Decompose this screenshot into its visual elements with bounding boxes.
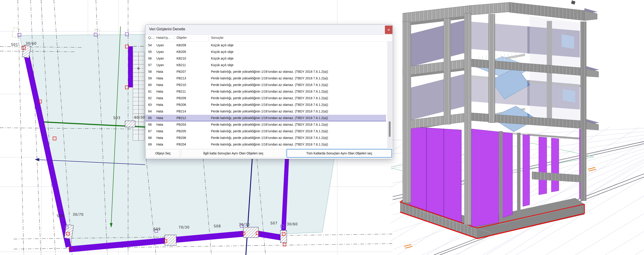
plan-label-30-60: 30/60 — [26, 41, 36, 46]
side-column-sliver-2 — [517, 133, 520, 213]
column-separator[interactable] — [154, 35, 154, 41]
result-row-63[interactable]: 63HataPB206Perde kalınlığı, perde yüksek… — [146, 101, 386, 108]
results-list[interactable]: 54UyarıKB209Küçük açılı obje55UyarıKB205… — [146, 42, 386, 148]
result-row-64[interactable]: 64HataPB214Perde kalınlığı, perde yüksek… — [146, 108, 386, 115]
result-row-66[interactable]: 66HataPB203Perde kalınlığı, perde yüksek… — [146, 121, 386, 128]
vertical-scrollbar[interactable] — [387, 41, 392, 148]
plan-label-70-30: 70/30 — [239, 223, 250, 227]
result-row-60[interactable]: 60HataPB210Perde kalınlığı, perde yüksek… — [146, 82, 386, 88]
result-row-56[interactable]: 56UyarıKB210Küçük açılı obje — [146, 55, 386, 62]
result-row-58[interactable]: 58HataPB207Perde kalınlığı, perde yüksek… — [146, 68, 386, 75]
scrollbar-thumb[interactable] — [389, 121, 390, 137]
plan-label-S01: S01 — [11, 43, 18, 47]
plan-label-30-60: 30/60 — [287, 222, 298, 226]
result-row-57[interactable]: 57UyarıKB211Küçük açılı obje — [146, 62, 386, 68]
plan-label-30-70: 30/70 — [72, 213, 84, 217]
result-row-69[interactable]: 69HataPB204Perde kalınlığı, perde yüksek… — [146, 141, 386, 148]
model-3d-view[interactable] — [391, 0, 644, 255]
column-separator[interactable] — [209, 35, 209, 41]
results-table-header[interactable]: Çi... Hata/Uy... Objeler Sonuçlar — [146, 35, 393, 41]
plan-label-70-30: 70/30 — [178, 225, 190, 230]
dialog-title: Veri Girişlerini Denetle — [149, 27, 185, 31]
result-row-54[interactable]: 54UyarıKB209Küçük açılı obje — [146, 42, 386, 49]
result-row-61[interactable]: 61HataPB211Perde kalınlığı, perde yüksek… — [146, 88, 386, 95]
dialog-buttons: Objeyi Seç İlgili katta Sonuçları Aynı O… — [146, 149, 393, 158]
plan-label-S03: S03 — [113, 116, 120, 120]
select-object-button[interactable]: Objeyi Seç — [146, 149, 180, 158]
roof-antenna — [571, 0, 576, 4]
column-header-objects[interactable]: Objeler — [176, 36, 187, 39]
select-same-story-button[interactable]: İlgili katta Sonuçları Aynı Olan Objeler… — [181, 149, 286, 158]
column-separator[interactable] — [174, 35, 174, 41]
result-row-59[interactable]: 59HataPB213Perde kalınlığı, perde yüksek… — [146, 75, 386, 82]
wall-pb-top-vertical — [128, 46, 133, 87]
result-row-55[interactable]: 55UyarıKB205Küçük açılı obje — [146, 49, 386, 55]
plan-label-S08: S08 — [214, 224, 221, 228]
plan-label-S06: S06 — [56, 214, 64, 218]
plan-label-S07: S07 — [270, 221, 278, 225]
result-row-65[interactable]: 65HataPB212Perde kalınlığı, perde yüksek… — [146, 115, 386, 121]
column-header-results[interactable]: Sonuçlar — [211, 36, 224, 39]
result-row-68[interactable]: 68HataPB208Perde kalınlığı, perde yüksek… — [146, 135, 386, 141]
dialog-titlebar[interactable]: Veri Girişlerini Denetle ✕ — [146, 25, 393, 35]
plan-label-60-30: 60/30 — [134, 115, 145, 120]
check-data-dialog[interactable]: Veri Girişlerini Denetle ✕ Çi... Hata/Uy… — [145, 24, 393, 159]
application-window: { "dialog": { "title": "Veri Girişlerini… — [0, 0, 644, 255]
select-same-all-stories-button[interactable]: Tüm Katlarda Sonuçları Aynı Olan Objeler… — [286, 149, 392, 158]
plan-label-S09: S09 — [154, 227, 161, 231]
result-row-67[interactable]: 67HataPB205Perde kalınlığı, perde yüksek… — [146, 128, 386, 135]
shear-walls-3d-far[interactable] — [539, 129, 582, 199]
column-header-no[interactable]: Çi... — [148, 36, 154, 39]
balcony-slabs — [584, 8, 599, 130]
column-header-type[interactable]: Hata/Uy... — [156, 36, 170, 39]
result-row-62[interactable]: 62HataPB209Perde kalınlığı, perde yüksek… — [146, 95, 386, 101]
side-column-sliver-1 — [499, 131, 503, 219]
close-icon[interactable]: ✕ — [385, 25, 392, 34]
